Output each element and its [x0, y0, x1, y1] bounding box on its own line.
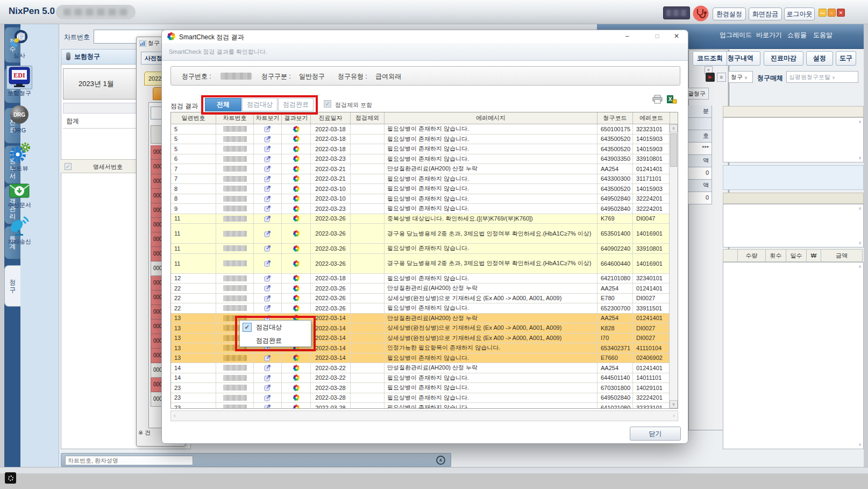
- sidebar-item-2[interactable]: DRGDRG: [2, 103, 37, 133]
- sidebar-item-3[interactable]: 코드뷰: [2, 141, 37, 173]
- claim-media-dropdown[interactable]: 심평원청구포탈 ∨: [786, 71, 858, 83]
- table-row[interactable]: 52022-03-18필요상병이 존재하지 않습니다.6501001753232…: [171, 124, 670, 134]
- topbar-button-0[interactable]: 환경설정: [713, 8, 746, 20]
- chart-view-icon[interactable]: [254, 303, 282, 313]
- sidebar-tab-6[interactable]: 청구: [4, 265, 20, 307]
- chart-view-icon[interactable]: [254, 393, 282, 403]
- context-menu-item[interactable]: 점검완료: [240, 334, 311, 348]
- table-row[interactable]: 122022-03-18필요상병이 존재하지 않습니다.642101080323…: [171, 274, 670, 284]
- scroll-up-icon[interactable]: ∧: [670, 124, 678, 132]
- table-row[interactable]: 72022-03-21만성질환관리료(AH200) 산정 누락AA2540124…: [171, 164, 670, 174]
- result-view-icon[interactable]: [282, 393, 311, 403]
- context-menu-item[interactable]: ✓점검대상: [240, 321, 311, 334]
- result-view-icon[interactable]: [282, 164, 311, 174]
- result-view-icon[interactable]: [282, 284, 311, 293]
- result-view-icon[interactable]: [282, 303, 311, 313]
- modal-maximize-button[interactable]: □: [652, 32, 662, 41]
- modal-minimize-button[interactable]: –: [622, 32, 632, 41]
- chart-view-icon[interactable]: [254, 164, 282, 174]
- result-view-icon[interactable]: [282, 353, 311, 363]
- tab-code-lookup[interactable]: 코드조회: [693, 51, 727, 66]
- table-row[interactable]: 52022-03-18필요상병이 존재하지 않습니다.6435005201401…: [171, 144, 670, 154]
- table-row[interactable]: 92022-03-23필요상병이 존재하지 않습니다.6495028403222…: [171, 204, 670, 214]
- topbar-button-2[interactable]: 로그아웃: [784, 8, 815, 20]
- toolbar-button-3[interactable]: 도구: [836, 51, 856, 66]
- window-close-icon[interactable]: ✕: [837, 9, 845, 17]
- collapse-chevron-icon[interactable]: ∧: [436, 456, 445, 465]
- result-view-icon[interactable]: [282, 254, 311, 273]
- list-icon[interactable]: ≡: [717, 73, 726, 82]
- chart-view-icon[interactable]: [254, 214, 282, 224]
- table-row[interactable]: 232022-03-28필요상병이 존재하지 않습니다.641021080323…: [171, 403, 670, 408]
- toolbar-button-2[interactable]: 설정: [806, 51, 833, 66]
- menu-item-3[interactable]: 도움말: [813, 31, 833, 40]
- toolbar-button-1[interactable]: 진료마감: [764, 51, 803, 66]
- chart-view-icon[interactable]: [254, 353, 282, 363]
- chart-view-icon[interactable]: [254, 194, 282, 204]
- result-view-icon[interactable]: [282, 204, 311, 214]
- chart-view-icon[interactable]: [254, 134, 282, 144]
- sidebar-item-1[interactable]: EDI보험청구: [2, 66, 37, 97]
- result-view-icon[interactable]: [282, 174, 311, 184]
- result-view-icon[interactable]: [282, 154, 311, 164]
- sidebar-item-0[interactable]: 심사: [2, 28, 37, 60]
- result-view-icon[interactable]: [282, 144, 311, 154]
- table-row[interactable]: 112022-03-26경구용 당뇨병용제 2종 초과, 3제요법 인정여부 확…: [171, 254, 670, 274]
- table-row[interactable]: 82022-03-10필요상병이 존재하지 않습니다.6435005201401…: [171, 184, 670, 194]
- close-button[interactable]: 닫기: [630, 427, 681, 441]
- print-icon[interactable]: [652, 95, 663, 106]
- chart-view-icon[interactable]: [254, 124, 282, 134]
- modal-title-bar[interactable]: SmartCheck 점검 결과 – □ ✕: [162, 30, 688, 43]
- result-view-icon[interactable]: [282, 403, 311, 408]
- topbar-button-1[interactable]: 화면잠금: [749, 8, 782, 20]
- table-row[interactable]: 112022-03-26경구용 당뇨병용제 2종 초과, 3제요법 인정여부 확…: [171, 224, 670, 244]
- chart-view-icon[interactable]: [254, 224, 282, 243]
- chart-view-icon[interactable]: [254, 184, 282, 194]
- table-row[interactable]: 112022-03-26중복상병 대상입니다. 확인하세요.([(부)K769/…: [171, 214, 670, 224]
- chart-view-icon[interactable]: [254, 403, 282, 408]
- chart-view-icon[interactable]: [254, 204, 282, 214]
- chart-view-icon[interactable]: [254, 144, 282, 154]
- chart-view-icon[interactable]: [254, 254, 282, 273]
- table-row[interactable]: 62022-03-23필요상병이 존재하지 않습니다.6439033503391…: [171, 154, 670, 165]
- chart-view-icon[interactable]: [254, 284, 282, 293]
- window-maximize-button[interactable]: ▫: [828, 9, 836, 17]
- table-row[interactable]: 52022-03-18필요상병이 존재하지 않습니다.6435005201401…: [171, 134, 670, 145]
- table-row[interactable]: 82022-03-10필요상병이 존재하지 않습니다.6495028403222…: [171, 194, 670, 204]
- chart-view-icon[interactable]: [254, 294, 282, 303]
- menu-item-2[interactable]: 쇼핑몰: [787, 31, 807, 40]
- table-row[interactable]: 112022-03-26필요상병이 존재하지 않습니다.640902240339…: [171, 244, 670, 254]
- chart-view-icon[interactable]: [254, 363, 282, 373]
- chart-view-icon[interactable]: [254, 383, 282, 393]
- play-icon[interactable]: ▶: [706, 73, 715, 82]
- table-row[interactable]: 222022-03-26필요상병이 존재하지 않습니다.652300700339…: [171, 303, 670, 314]
- result-view-icon[interactable]: [282, 124, 311, 134]
- result-view-icon[interactable]: [282, 274, 311, 284]
- scroll-down-icon[interactable]: ∨: [670, 400, 678, 408]
- claim-type-dropdown[interactable]: 청구 ∨: [728, 71, 753, 83]
- table-row[interactable]: 222022-03-26상세상병(완전상병)으로 기재하세요 (Ex A00 -…: [171, 294, 670, 304]
- result-view-icon[interactable]: [282, 194, 311, 204]
- result-view-icon[interactable]: [282, 184, 311, 194]
- result-view-icon[interactable]: [282, 363, 311, 373]
- taskbar-gear-icon[interactable]: [5, 472, 16, 484]
- table-row[interactable]: 132022-03-14필요상병이 존재하지 않습니다.E76600240690…: [171, 353, 670, 364]
- chart-view-icon[interactable]: [254, 373, 282, 383]
- sidebar-item-4[interactable]: 수신문서: [2, 178, 37, 209]
- menu-item-1[interactable]: 바로가기: [756, 31, 782, 40]
- chart-view-icon[interactable]: [254, 244, 282, 253]
- chart-view-icon[interactable]: [254, 174, 282, 184]
- grid-horizontal-scrollbar[interactable]: ‹›: [170, 410, 678, 421]
- table-row[interactable]: 142022-03-22필요상병이 존재하지 않습니다.644501140140…: [171, 373, 670, 384]
- result-view-icon[interactable]: [282, 134, 311, 144]
- window-minimize-button[interactable]: —: [819, 9, 827, 17]
- menu-item-0[interactable]: 업그레이드: [720, 31, 752, 40]
- result-view-icon[interactable]: [282, 224, 311, 243]
- excel-export-icon[interactable]: X: [666, 95, 677, 106]
- table-row[interactable]: 232022-03-28필요상병이 존재하지 않습니다.670301800140…: [171, 383, 670, 393]
- select-all-checkbox[interactable]: ✓: [65, 163, 72, 170]
- result-view-icon[interactable]: [282, 244, 311, 253]
- sidebar-item-5[interactable]: 기타송신: [2, 214, 37, 246]
- table-row[interactable]: 222022-03-26만성질환관리료(AH200) 산정 누락AA254012…: [171, 284, 670, 294]
- exclude-checkbox[interactable]: ✓: [324, 100, 331, 108]
